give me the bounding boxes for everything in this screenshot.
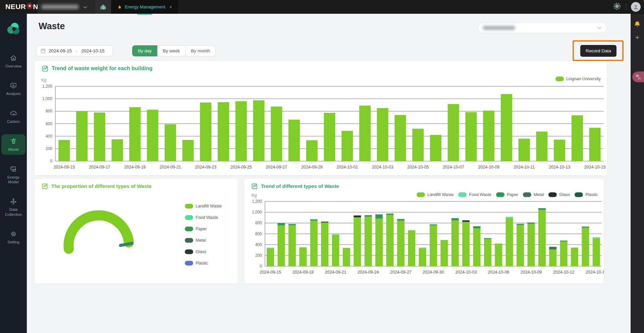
bar-segment[interactable] bbox=[165, 124, 176, 161]
sidebar-item-data-collection[interactable]: Data Collection bbox=[1, 195, 25, 220]
bar-segment[interactable] bbox=[506, 217, 513, 218]
by-day-button[interactable]: By day bbox=[132, 45, 157, 56]
bar-segment[interactable] bbox=[147, 110, 158, 161]
bar-segment[interactable] bbox=[94, 112, 105, 161]
bar-segment[interactable] bbox=[375, 215, 383, 219]
by-week-button[interactable]: By week bbox=[157, 45, 185, 56]
bar-segment[interactable] bbox=[473, 228, 481, 266]
bar-segment[interactable] bbox=[536, 132, 547, 161]
bar-segment[interactable] bbox=[582, 228, 589, 266]
bar-segment[interactable] bbox=[306, 140, 318, 161]
bar-segment[interactable] bbox=[430, 226, 437, 266]
legend-item[interactable]: Metal bbox=[185, 238, 222, 243]
bar-segment[interactable] bbox=[386, 215, 393, 266]
bar-segment[interactable] bbox=[465, 112, 477, 161]
bar-segment[interactable] bbox=[394, 115, 406, 161]
tab-close-icon[interactable]: × bbox=[169, 4, 172, 10]
bar-segment[interactable] bbox=[527, 224, 535, 266]
bar-segment[interactable] bbox=[448, 104, 459, 161]
bar-segment[interactable] bbox=[519, 139, 530, 161]
bar-segment[interactable] bbox=[76, 111, 88, 161]
sidebar-item-waste[interactable]: Waste bbox=[1, 134, 25, 154]
bar-segment[interactable] bbox=[495, 243, 502, 266]
bar-segment[interactable] bbox=[278, 226, 285, 266]
bar-segment[interactable] bbox=[354, 216, 361, 218]
bar-segment[interactable] bbox=[549, 249, 556, 266]
bar-segment[interactable] bbox=[549, 247, 556, 249]
sidebar-item-energy-model[interactable]: Energy Model bbox=[1, 162, 25, 187]
legend-item[interactable]: Landfill Waste bbox=[417, 192, 453, 197]
bar-segment[interactable] bbox=[484, 238, 491, 239]
bar-segment[interactable] bbox=[377, 108, 388, 161]
bar-segment[interactable] bbox=[112, 139, 123, 161]
bar-segment[interactable] bbox=[430, 224, 437, 225]
legend-item[interactable]: Metal bbox=[523, 192, 544, 197]
bar-segment[interactable] bbox=[397, 219, 405, 221]
bar-segment[interactable] bbox=[484, 239, 491, 266]
bar-segment[interactable] bbox=[332, 234, 339, 235]
bar-segment[interactable] bbox=[359, 106, 371, 161]
bar-segment[interactable] bbox=[129, 107, 141, 161]
sidebar-item-analysis[interactable]: Analysis bbox=[1, 79, 25, 99]
translate-pill-button[interactable]: A bbox=[632, 72, 644, 82]
bar-segment[interactable] bbox=[354, 217, 361, 266]
bar-segment[interactable] bbox=[321, 223, 328, 266]
bar-segment[interactable] bbox=[200, 102, 211, 161]
bar-segment[interactable] bbox=[593, 238, 600, 266]
legend-item[interactable]: Glass bbox=[185, 249, 222, 254]
bar-segment[interactable] bbox=[332, 235, 339, 266]
bar-segment[interactable] bbox=[589, 128, 601, 161]
bar-segment[interactable] bbox=[440, 240, 448, 266]
bar-segment[interactable] bbox=[408, 230, 415, 266]
bar-segment[interactable] bbox=[451, 221, 459, 266]
site-selector-dropdown[interactable] bbox=[38, 0, 95, 14]
legend-item[interactable]: Food Waste bbox=[185, 215, 222, 220]
bar-segment[interactable] bbox=[341, 131, 353, 161]
bar-segment[interactable] bbox=[365, 217, 372, 266]
bar-segment[interactable] bbox=[375, 219, 383, 266]
notification-bell-icon[interactable] bbox=[633, 20, 641, 30]
bar-segment[interactable] bbox=[462, 222, 470, 266]
legend-item[interactable]: Food Waste bbox=[458, 192, 491, 197]
pie-slice-paper[interactable] bbox=[120, 243, 132, 245]
home-tab[interactable] bbox=[95, 0, 111, 14]
bar-segment[interactable] bbox=[288, 120, 300, 161]
bar-segment[interactable] bbox=[218, 102, 229, 161]
legend-item[interactable]: Landfill Waste bbox=[185, 204, 222, 208]
bar-segment[interactable] bbox=[517, 225, 524, 266]
bar-segment[interactable] bbox=[278, 223, 285, 225]
user-avatar[interactable] bbox=[631, 2, 641, 12]
legend-item[interactable]: Glass bbox=[548, 192, 570, 197]
bar-segment[interactable] bbox=[310, 221, 318, 266]
bar-segment[interactable] bbox=[299, 247, 307, 266]
bar-segment[interactable] bbox=[267, 248, 274, 248]
bar-segment[interactable] bbox=[483, 110, 494, 161]
bar-segment[interactable] bbox=[538, 210, 546, 266]
bar-segment[interactable] bbox=[288, 225, 296, 266]
date-range-picker[interactable]: 2024-09-15 - 2024-10-15 bbox=[36, 45, 113, 56]
bar-segment[interactable] bbox=[554, 140, 565, 161]
settings-gear-icon[interactable] bbox=[613, 2, 621, 12]
sidebar-item-carbon[interactable]: Carbon bbox=[1, 107, 25, 127]
bar-segment[interactable] bbox=[288, 224, 296, 225]
record-data-button[interactable]: Record Data bbox=[580, 45, 616, 57]
bar-segment[interactable] bbox=[321, 222, 328, 222]
bar-segment[interactable] bbox=[506, 218, 513, 266]
bar-segment[interactable] bbox=[324, 113, 335, 161]
bar-segment[interactable] bbox=[419, 248, 426, 248]
bar-segment[interactable] bbox=[462, 220, 470, 222]
bar-segment[interactable] bbox=[310, 219, 318, 221]
pie-slice-landfill[interactable] bbox=[68, 215, 129, 249]
bar-segment[interactable] bbox=[253, 100, 265, 161]
bar-segment[interactable] bbox=[571, 248, 578, 266]
bar-segment[interactable] bbox=[560, 241, 568, 266]
bar-segment[interactable] bbox=[419, 248, 426, 266]
bar-segment[interactable] bbox=[365, 215, 372, 217]
bar-segment[interactable] bbox=[527, 223, 535, 224]
bar-segment[interactable] bbox=[412, 129, 424, 161]
add-plus-icon[interactable]: + bbox=[633, 34, 641, 42]
bar-segment[interactable] bbox=[451, 218, 459, 221]
bar-segment[interactable] bbox=[517, 224, 524, 225]
sidebar-item-setting[interactable]: Setting bbox=[1, 227, 25, 247]
bar-segment[interactable] bbox=[582, 227, 589, 228]
